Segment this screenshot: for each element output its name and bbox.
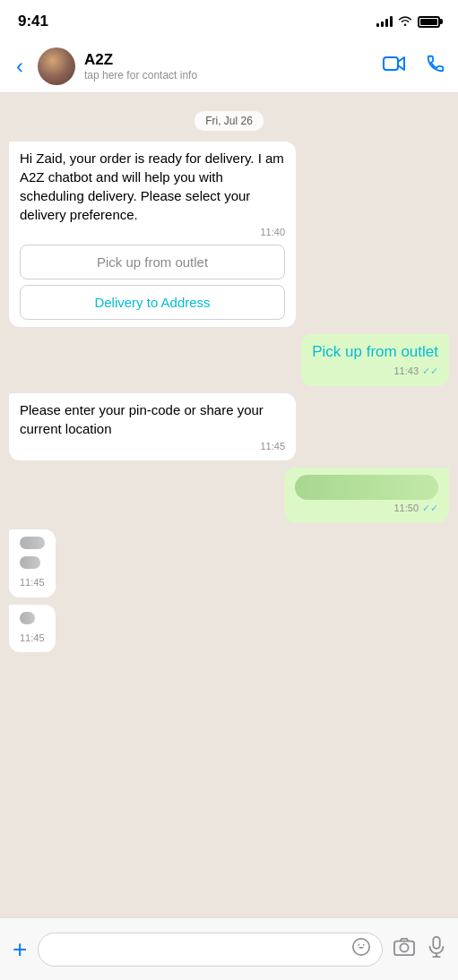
chat-header: ‹ A2Z tap here for contact info <box>0 39 458 93</box>
status-bar: 9:41 <box>0 0 458 39</box>
outgoing-bubble: Pick up from outlet 11:43 ✓✓ <box>301 334 449 385</box>
status-icons <box>376 14 440 29</box>
bubble-text: Hi Zaid, your order is ready for deliver… <box>20 149 285 224</box>
message-time: 11:45 <box>20 632 45 645</box>
read-receipts: ✓✓ <box>422 502 438 515</box>
header-actions <box>383 54 445 79</box>
message-row: Please enter your pin-code or share your… <box>9 393 449 460</box>
pickup-option-button[interactable]: Pick up from outlet <box>20 245 285 279</box>
date-pill: Fri, Jul 26 <box>194 111 264 131</box>
back-button[interactable]: ‹ <box>13 50 27 82</box>
message-row: Hi Zaid, your order is ready for deliver… <box>9 142 449 327</box>
blurred-content <box>20 612 35 624</box>
bubble-text: Pick up from outlet <box>312 341 438 363</box>
bubble-footer: 11:45 <box>20 440 285 453</box>
microphone-icon[interactable] <box>428 936 445 963</box>
message-row: 11:50 ✓✓ <box>9 468 449 522</box>
add-attachment-button[interactable]: + <box>13 935 27 964</box>
sticker-icon[interactable] <box>351 937 371 961</box>
blurred-content <box>20 537 45 549</box>
bubble-footer: 11:45 <box>20 576 45 589</box>
incoming-bubble: 11:45 <box>9 605 56 652</box>
bubble-text: Please enter your pin-code or share your… <box>20 400 285 438</box>
delivery-option-button[interactable]: Delivery to Address <box>20 285 285 320</box>
bottom-bar: + <box>0 917 458 980</box>
message-row: Pick up from outlet 11:43 ✓✓ <box>9 334 449 385</box>
wifi-icon <box>398 14 412 29</box>
incoming-bubble: Please enter your pin-code or share your… <box>9 393 296 460</box>
battery-icon <box>418 16 440 28</box>
blurred-content <box>295 475 438 500</box>
avatar <box>38 47 75 85</box>
bubble-footer: 11:45 <box>20 632 45 645</box>
incoming-bubble: 11:45 <box>9 529 56 597</box>
contact-info[interactable]: A2Z tap here for contact info <box>84 51 374 82</box>
message-time: 11:50 <box>393 502 419 515</box>
signal-icon <box>376 16 393 27</box>
message-time: 11:43 <box>393 365 419 378</box>
message-input-wrap <box>38 933 383 967</box>
status-time: 9:41 <box>18 13 48 30</box>
message-time: 11:45 <box>260 440 285 453</box>
incoming-bubble: Hi Zaid, your order is ready for deliver… <box>9 142 296 327</box>
contact-name: A2Z <box>84 51 374 69</box>
outgoing-bubble: 11:50 ✓✓ <box>284 468 449 522</box>
message-time: 11:40 <box>260 226 285 239</box>
chat-area: Fri, Jul 26 Hi Zaid, your order is ready… <box>0 93 458 917</box>
message-input[interactable] <box>49 941 351 957</box>
svg-point-2 <box>358 944 359 946</box>
svg-rect-0 <box>384 57 398 70</box>
phone-call-icon[interactable] <box>426 54 445 79</box>
video-call-icon[interactable] <box>383 55 406 78</box>
contact-sub: tap here for contact info <box>84 69 374 82</box>
svg-rect-6 <box>433 936 439 948</box>
svg-point-5 <box>400 943 408 951</box>
bubble-footer: 11:43 ✓✓ <box>312 365 438 378</box>
message-row: 11:45 <box>9 529 449 597</box>
bubble-footer: 11:40 <box>20 226 285 239</box>
message-time: 11:45 <box>20 576 45 589</box>
read-receipts: ✓✓ <box>422 365 438 378</box>
bottom-icons <box>393 936 445 963</box>
blurred-content <box>20 556 40 569</box>
camera-icon[interactable] <box>393 937 415 962</box>
message-row: 11:45 <box>9 605 449 652</box>
bubble-footer: 11:50 ✓✓ <box>295 502 438 515</box>
svg-point-3 <box>363 944 365 946</box>
